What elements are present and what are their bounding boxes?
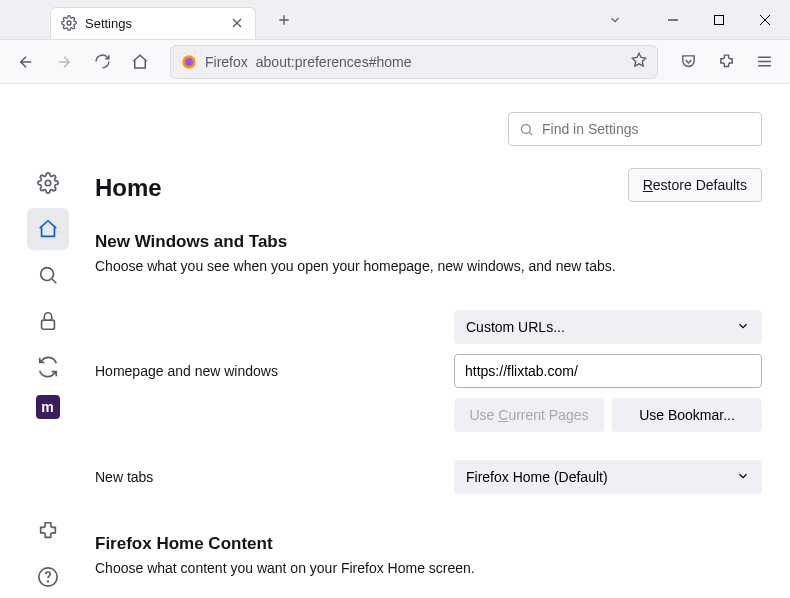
dropdown-value: Custom URLs... (466, 319, 565, 335)
use-current-pages-button[interactable]: Use Current Pages (454, 398, 604, 432)
search-icon (519, 122, 534, 137)
svg-point-0 (67, 21, 71, 25)
chevron-down-icon (736, 319, 750, 336)
close-window-button[interactable] (742, 0, 788, 40)
pocket-button[interactable] (672, 46, 704, 78)
firefox-logo-icon (181, 54, 197, 70)
titlebar: Settings (0, 0, 790, 40)
svg-point-3 (185, 58, 193, 66)
svg-point-5 (40, 268, 53, 281)
sidebar-item-privacy[interactable] (27, 300, 69, 342)
chevron-down-icon (736, 469, 750, 486)
section-new-windows-desc: Choose what you see when you open your h… (95, 258, 762, 274)
minimize-button[interactable] (650, 0, 696, 40)
newtabs-dropdown[interactable]: Firefox Home (Default) (454, 460, 762, 494)
new-tab-button[interactable] (270, 6, 298, 34)
homepage-url-input[interactable] (454, 354, 762, 388)
svg-rect-1 (715, 15, 724, 24)
maximize-button[interactable] (696, 0, 742, 40)
home-button[interactable] (124, 46, 156, 78)
content-area: m Home Restore Defaults New Windows and … (0, 84, 790, 598)
gear-icon (61, 15, 77, 31)
find-settings-input[interactable] (542, 121, 751, 137)
homepage-mode-dropdown[interactable]: Custom URLs... (454, 310, 762, 344)
homepage-label: Homepage and new windows (95, 363, 434, 379)
nav-toolbar: Firefox (0, 40, 790, 84)
settings-sidebar: m (0, 84, 95, 598)
reload-button[interactable] (86, 46, 118, 78)
restore-defaults-button[interactable]: Restore Defaults (628, 168, 762, 202)
sidebar-item-home[interactable] (27, 208, 69, 250)
sidebar-item-search[interactable] (27, 254, 69, 296)
window-controls (600, 0, 790, 40)
sidebar-item-general[interactable] (27, 162, 69, 204)
sidebar-item-more-from-mozilla[interactable]: m (36, 395, 60, 419)
use-bookmark-button[interactable]: Use Bookmar... (612, 398, 762, 432)
svg-point-4 (45, 180, 51, 186)
urlbar-brand-label: Firefox (205, 54, 248, 70)
menu-button[interactable] (748, 46, 780, 78)
svg-rect-6 (41, 320, 54, 329)
tabs-overflow-button[interactable] (600, 5, 630, 35)
extensions-button[interactable] (710, 46, 742, 78)
close-icon[interactable] (229, 15, 245, 31)
address-bar[interactable]: Firefox (170, 45, 658, 79)
sidebar-item-sync[interactable] (27, 346, 69, 388)
dropdown-value: Firefox Home (Default) (466, 469, 608, 485)
sidebar-item-extensions[interactable] (27, 510, 69, 552)
settings-main: Home Restore Defaults New Windows and Ta… (95, 84, 790, 598)
browser-tab[interactable]: Settings (50, 7, 256, 39)
tab-title: Settings (85, 16, 221, 31)
section-new-windows-title: New Windows and Tabs (95, 232, 762, 252)
firefox-home-content-title: Firefox Home Content (95, 534, 762, 554)
firefox-home-content-desc: Choose what content you want on your Fir… (95, 560, 762, 576)
sidebar-item-help[interactable] (27, 556, 69, 598)
newtabs-label: New tabs (95, 469, 434, 485)
svg-point-9 (522, 124, 531, 133)
urlbar-input[interactable] (256, 54, 623, 70)
bookmark-star-icon[interactable] (631, 52, 647, 72)
back-button[interactable] (10, 46, 42, 78)
svg-point-8 (47, 581, 48, 582)
forward-button[interactable] (48, 46, 80, 78)
find-settings-search[interactable] (508, 112, 762, 146)
